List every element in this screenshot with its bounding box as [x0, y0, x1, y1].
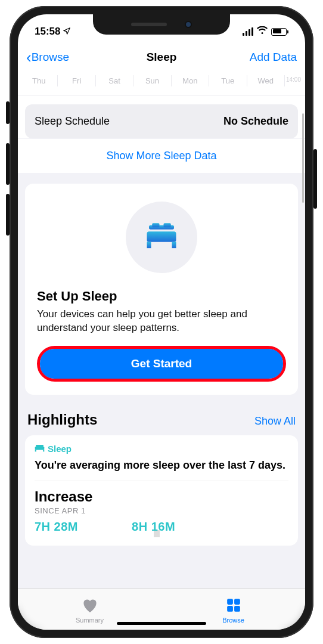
svg-rect-13	[234, 606, 240, 612]
highlights-title: Highlights	[27, 411, 97, 428]
show-more-sleep-data-link[interactable]: Show More Sleep Data	[18, 138, 305, 173]
back-button[interactable]: ‹ Browse	[26, 48, 69, 67]
phone-side-power	[313, 149, 317, 209]
svg-rect-3	[147, 231, 176, 242]
day-label: Tue	[209, 75, 247, 86]
heart-icon	[81, 597, 99, 615]
svg-rect-1	[152, 223, 159, 227]
svg-rect-4	[147, 242, 151, 249]
grid-icon	[225, 597, 243, 615]
highlight-value-1: 7H 28M	[35, 520, 78, 534]
day-label: Fri	[58, 75, 95, 86]
status-time: 15:58	[35, 26, 60, 38]
svg-rect-6	[35, 447, 45, 450]
setup-sleep-title: Set Up Sleep	[37, 289, 286, 304]
svg-rect-12	[227, 606, 233, 612]
svg-rect-5	[172, 242, 176, 249]
day-label: Mon	[172, 75, 209, 86]
bed-small-icon	[35, 444, 45, 454]
highlight-card[interactable]: Sleep You're averaging more sleep over t…	[25, 435, 298, 546]
nav-bar: ‹ Browse Sleep Add Data	[18, 43, 305, 72]
axis-tick: 14:00	[285, 75, 303, 86]
add-data-button[interactable]: Add Data	[250, 51, 297, 64]
annotation-highlight: Get Started	[37, 346, 286, 382]
svg-rect-2	[164, 223, 171, 227]
day-label: Thu	[20, 75, 58, 86]
home-indicator[interactable]	[117, 622, 206, 625]
sleep-schedule-row[interactable]: Sleep Schedule No Schedule	[25, 104, 298, 138]
svg-rect-10	[227, 599, 233, 605]
setup-sleep-description: Your devices can help you get better sle…	[37, 308, 286, 335]
bed-icon	[145, 222, 178, 252]
sleep-schedule-value: No Schedule	[223, 115, 288, 128]
show-all-highlights-link[interactable]: Show All	[254, 415, 296, 428]
cellular-signal-icon	[243, 27, 253, 36]
battery-icon	[271, 28, 288, 36]
front-camera	[185, 21, 192, 28]
phone-screen: 15:58 ‹ Brows	[18, 14, 305, 630]
content-area[interactable]: Thu Fri Sat Sun Mon Tue Wed 14:00 Sleep …	[18, 72, 305, 588]
svg-rect-9	[36, 445, 44, 447]
highlight-since-label: SINCE APR 1	[35, 506, 288, 515]
highlight-category: Sleep	[35, 444, 288, 454]
get-started-button[interactable]: Get Started	[40, 349, 283, 379]
highlight-summary: You're averaging more sleep over the las…	[35, 459, 288, 481]
setup-sleep-card: Set Up Sleep Your devices can help you g…	[25, 184, 298, 395]
bed-icon-circle	[126, 202, 197, 273]
scroll-indicator	[302, 113, 304, 203]
page-title: Sleep	[147, 51, 177, 64]
tab-browse-label: Browse	[222, 617, 244, 624]
wifi-icon	[257, 26, 268, 38]
day-label: Wed	[247, 75, 285, 86]
svg-rect-11	[234, 599, 240, 605]
day-label: Sun	[133, 75, 171, 86]
phone-frame: 15:58 ‹ Brows	[10, 6, 313, 638]
svg-rect-7	[35, 450, 36, 451]
location-services-icon	[63, 27, 71, 37]
highlights-header: Highlights Show All	[18, 405, 305, 435]
highlight-category-label: Sleep	[48, 444, 72, 454]
speaker-grille	[131, 23, 167, 26]
back-label: Browse	[32, 51, 69, 64]
svg-rect-8	[43, 450, 44, 451]
week-day-row: Thu Fri Sat Sun Mon Tue Wed 14:00	[18, 72, 305, 95]
chevron-left-icon: ‹	[26, 48, 32, 67]
phone-notch	[93, 14, 230, 35]
tab-summary-label: Summary	[76, 617, 104, 624]
sleep-schedule-label: Sleep Schedule	[35, 115, 110, 128]
day-label: Sat	[96, 75, 133, 86]
highlight-metric-title: Increase	[35, 488, 288, 505]
highlight-value-2: 8H 16M	[132, 520, 175, 534]
